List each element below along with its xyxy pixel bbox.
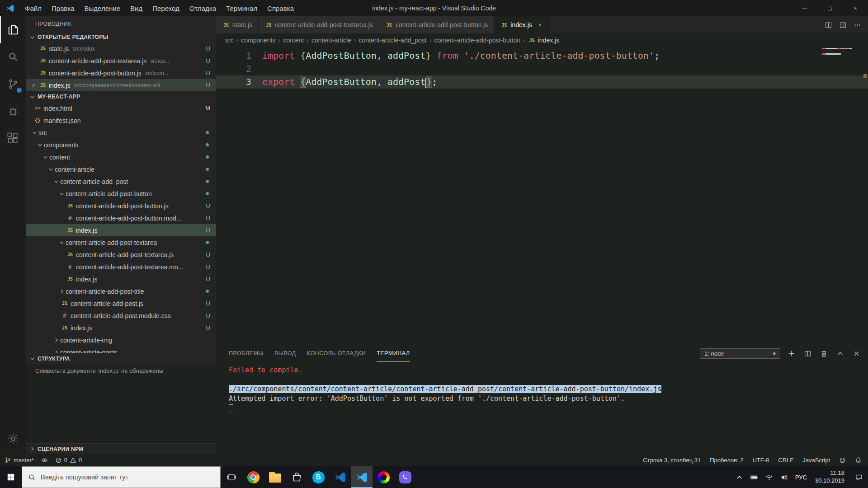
editor-tab[interactable]: JScontent-article-add-post-button.js [379,16,495,33]
maximize-panel-button[interactable] [835,348,845,359]
minimap[interactable] [822,48,861,98]
tray-expand-button[interactable] [732,474,747,481]
activity-source-control[interactable] [0,70,26,98]
tree-file[interactable]: #content-article-add-post-textarea.mo...… [26,261,216,273]
action-center-button[interactable] [849,474,868,481]
activity-search[interactable] [0,43,26,70]
editor-tab[interactable]: JSindex.js [494,16,550,33]
battery-icon[interactable] [747,474,762,481]
kill-terminal-button[interactable] [818,348,829,359]
tree-folder[interactable]: content-article-img [26,334,216,346]
breadcrumb-item[interactable]: content-article-add_post [358,37,428,44]
minimize-button[interactable] [792,0,817,16]
close-icon[interactable] [30,81,38,89]
menubar-item[interactable]: Файл [20,0,47,16]
cursor-position[interactable]: Строка 3, столбец 31 [643,457,701,464]
indentation[interactable]: Пробелов: 2 [710,457,743,464]
breadcrumb-item[interactable]: content [282,37,305,44]
split-editor-button[interactable] [823,19,834,30]
taskbar-app-store[interactable] [286,466,307,488]
breadcrumb-item[interactable]: JSindex.js [527,37,560,44]
code-line[interactable]: 1import {AddPostButton, addPost} from '.… [216,49,868,62]
tree-file[interactable]: #content-article-add-post.module.cssU [26,310,216,322]
tree-folder[interactable]: content-article-add-post-title [26,285,216,297]
language-mode[interactable]: JavaScript [802,457,830,464]
tree-folder[interactable]: content-article-add-post-textarea [26,236,216,249]
breadcrumb-item[interactable]: content-article [311,37,352,44]
close-panel-button[interactable] [851,348,862,359]
task-view-button[interactable] [221,466,242,488]
panel-tab[interactable]: ВЫВОД [274,345,296,361]
new-terminal-button[interactable] [786,348,797,359]
tree-folder[interactable]: content-article-add-post-button [26,188,216,200]
close-icon[interactable] [536,21,544,29]
volume-icon[interactable] [777,474,792,481]
activity-explorer[interactable] [0,16,26,43]
problems-indicator[interactable]: 00 [55,457,82,464]
open-editors-header[interactable]: ОТКРЫТЫЕ РЕДАКТОРЫ [26,32,216,42]
code-line[interactable]: 2 [216,62,868,75]
tree-folder[interactable]: content-article-posts [26,346,216,353]
code-editor[interactable]: 1import {AddPostButton, addPost} from '.… [216,47,868,345]
notifications-bell-button[interactable] [855,457,862,464]
panel-tab[interactable]: ПРОБЛЕМЫ [229,345,264,361]
split-terminal-button[interactable] [802,348,813,359]
taskbar-app-chrome[interactable] [242,466,264,488]
taskbar-app-skype[interactable]: S [307,466,329,488]
tree-file[interactable]: #content-article-add-post-button.mod...U [26,212,216,224]
taskbar-app-explorer[interactable] [264,466,286,488]
tree-folder[interactable]: content-article-add_post [26,175,216,188]
more-actions-button[interactable] [852,19,863,30]
tree-folder[interactable]: components [26,139,216,151]
menubar-item[interactable]: Отладка [184,0,221,16]
git-branch-indicator[interactable]: master* [5,457,34,464]
network-icon[interactable] [762,474,777,481]
editor-tab[interactable]: JSstate.js [216,16,259,33]
tree-file[interactable]: <>index.htmlM [26,102,216,114]
activity-debug[interactable] [0,98,26,125]
breadcrumb-item[interactable]: src [224,37,235,44]
editor-tab[interactable]: JScontent-article-add-post-textarea.js [259,16,379,33]
feedback-smiley-button[interactable] [839,457,846,464]
encoding[interactable]: UTF-8 [753,457,769,464]
taskbar-app-colors[interactable] [373,466,394,488]
menubar-item[interactable]: Терминал [221,0,262,16]
npm-scripts-header[interactable]: СЦЕНАРИИ NPM [26,443,216,454]
panel-tab[interactable]: ТЕРМИНАЛ [377,345,410,361]
outline-header[interactable]: СТРУКТУРА [26,353,216,364]
open-editor-item[interactable]: JScontent-article-add-post-textarea.jssr… [26,55,216,67]
activity-settings[interactable] [0,425,26,452]
tree-file[interactable]: JScontent-article-add-post-textarea.jsU [26,249,216,261]
tree-folder[interactable]: src [26,127,216,139]
breadcrumb-item[interactable]: content-article-add-post-button [433,37,521,44]
code-line[interactable]: 3export {AddPostButton, addPost}; [216,75,868,89]
taskbar-app-vscode-active[interactable] [351,466,373,488]
project-root-header[interactable]: MY-REACT-APP [26,91,216,102]
tree-folder[interactable]: content [26,151,216,163]
breadcrumb-item[interactable]: components [240,37,276,44]
taskbar-app-viber[interactable] [394,466,416,488]
taskbar-search-box[interactable]: Введіть пошуковий запит тут [22,466,221,488]
open-editor-item[interactable]: JSstate.jssrc\reduxU [26,42,216,55]
eol[interactable]: CRLF [778,457,793,464]
tree-file[interactable]: JScontent-article-add-post.jsU [26,297,216,310]
open-editor-item[interactable]: JScontent-article-add-post-button.jssrc\… [26,67,216,79]
watch-indicator[interactable] [41,457,48,464]
tree-file[interactable]: JSindex.jsU [26,224,216,236]
tree-file[interactable]: JSindex.jsU [26,273,216,285]
start-button[interactable] [0,466,22,488]
panel-tab[interactable]: КОНСОЛЬ ОТЛАДКИ [307,345,366,361]
overview-ruler[interactable] [862,47,868,345]
terminal-output[interactable]: Failed to compile. ./src/components/cont… [216,361,868,454]
close-button[interactable] [843,0,868,16]
tree-file[interactable]: {}manifest.json [26,114,216,127]
menubar-item[interactable]: Переход [147,0,184,16]
activity-extensions[interactable] [0,125,26,152]
open-editor-item[interactable]: JSindex.jssrc\components\content\content… [26,79,216,91]
clock[interactable]: 11:18 30.10.2019 [811,469,849,485]
menubar-item[interactable]: Вид [125,0,147,16]
terminal-select[interactable]: 1: node ▾ [700,348,780,359]
keyboard-language[interactable]: РУС [792,474,811,481]
menubar-item[interactable]: Выделение [80,0,125,16]
tree-file[interactable]: JScontent-article-add-post-button.jsU [26,200,216,212]
